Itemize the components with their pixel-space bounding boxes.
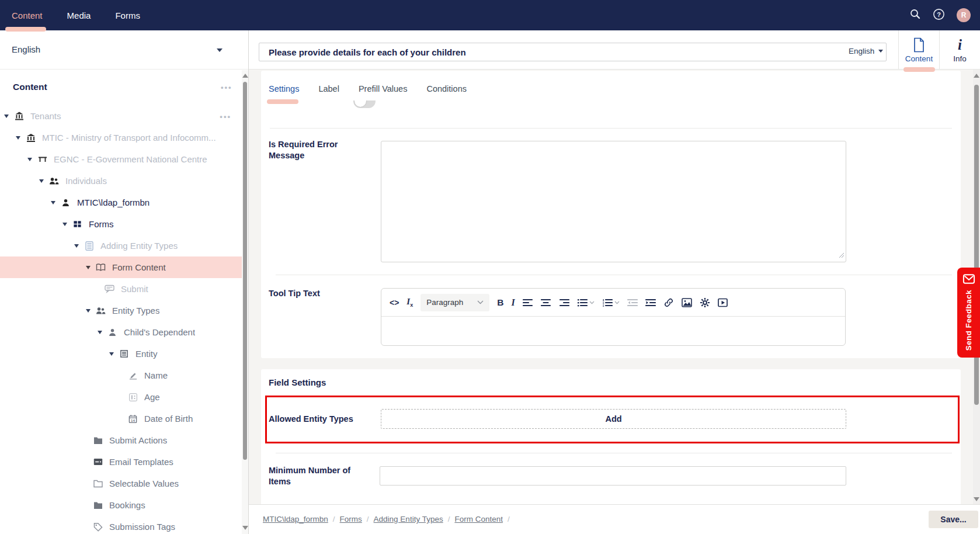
add-entity-type-button[interactable]: Add xyxy=(381,409,846,429)
resize-handle-icon[interactable] xyxy=(839,250,845,261)
breadcrumb-link-forms[interactable]: Forms xyxy=(340,515,362,523)
breadcrumb-link-adding-entity-types[interactable]: Adding Entity Types xyxy=(374,515,443,523)
tab-label[interactable]: Label xyxy=(318,84,339,93)
tree-item-email-templates[interactable]: Email Templates xyxy=(0,451,242,473)
tree-item-submit-actions[interactable]: Submit Actions xyxy=(0,429,242,451)
tree-item-form-content[interactable]: Form Content xyxy=(0,256,242,278)
rte-link-button[interactable] xyxy=(663,297,674,308)
tree-item-selectable-values[interactable]: Selectable Values xyxy=(0,473,242,494)
tree-item-name[interactable]: Name xyxy=(0,365,242,386)
panel-tab-content[interactable]: Content xyxy=(898,30,939,70)
breadcrumb-separator: / xyxy=(333,515,335,523)
tree-item-tenants[interactable]: Tenants••• xyxy=(0,105,242,127)
scroll-down-icon[interactable] xyxy=(242,526,248,530)
nav-item-media[interactable]: Media xyxy=(67,11,91,20)
info-icon: i xyxy=(940,37,980,53)
tree-item-adding-entity-types[interactable]: Adding Entity Types xyxy=(0,235,242,256)
align-right-icon xyxy=(559,299,569,307)
min-items-input[interactable] xyxy=(380,466,846,486)
expand-caret-icon[interactable] xyxy=(39,179,44,183)
tree-item-entity-types[interactable]: Entity Types xyxy=(0,300,242,321)
rte-bold-button[interactable]: B xyxy=(497,297,503,308)
nav-item-content[interactable]: Content xyxy=(12,11,43,20)
help-icon[interactable]: ? xyxy=(933,8,945,23)
section-actions-ellipsis-icon[interactable]: ••• xyxy=(221,83,232,92)
bullet-list-icon xyxy=(577,299,595,307)
rte-settings-button[interactable] xyxy=(700,297,710,308)
tree-item-individuals[interactable]: Individuals xyxy=(0,170,242,192)
panel-tab-info[interactable]: i Info xyxy=(939,30,980,70)
rte-source-code-button[interactable]: <> xyxy=(390,298,399,307)
rte-media-embed-button[interactable] xyxy=(718,298,728,307)
bold-icon: B xyxy=(497,297,503,308)
rte-bullet-list-button[interactable] xyxy=(577,299,595,307)
rte-align-center-button[interactable] xyxy=(541,299,551,307)
language-selector[interactable]: English xyxy=(0,30,248,70)
scroll-up-icon[interactable] xyxy=(974,74,979,78)
send-feedback-button[interactable]: Send Feedback xyxy=(957,268,980,358)
tree-item-forms[interactable]: Forms xyxy=(0,213,242,235)
rte-image-button[interactable] xyxy=(682,298,692,307)
tree-item-child-s-dependent[interactable]: Child's Dependent xyxy=(0,321,242,343)
breadcrumb-link-form-content[interactable]: Form Content xyxy=(454,515,503,523)
sidebar: English Content ••• Tenants•••MTIC - Min… xyxy=(0,30,249,534)
tab-conditions[interactable]: Conditions xyxy=(426,84,467,93)
rte-align-left-button[interactable] xyxy=(523,299,533,307)
editor-footer: MTIC\ldap_formbn/Forms/Adding Entity Typ… xyxy=(249,504,980,534)
tree-item-mtic-ministry-of-transport-and-infocomm[interactable]: MTIC - Ministry of Transport and Infocom… xyxy=(0,127,242,148)
expand-caret-icon[interactable] xyxy=(86,309,91,313)
sidebar-scrollbar-thumb[interactable] xyxy=(243,82,247,460)
node-title-input[interactable] xyxy=(259,43,887,61)
title-language-selector[interactable]: English xyxy=(849,47,883,56)
tree-item-mtic-ldap-formbn[interactable]: MTIC\ldap_formbn xyxy=(0,192,242,213)
rte-clear-formatting-button[interactable]: Ix xyxy=(406,297,413,308)
rte-indent-button[interactable] xyxy=(645,299,656,307)
tree-item-entity[interactable]: Entity xyxy=(0,343,242,365)
scroll-down-icon[interactable] xyxy=(974,497,979,501)
chevron-down-icon xyxy=(217,48,223,52)
user-avatar[interactable]: R xyxy=(957,8,971,22)
calendar-icon: 14 xyxy=(128,414,138,424)
expand-caret-icon[interactable] xyxy=(4,115,9,118)
rte-numbered-list-button[interactable] xyxy=(602,299,620,307)
media-embed-icon xyxy=(718,298,728,307)
rte-editing-area[interactable] xyxy=(381,317,845,346)
tab-prefill-values[interactable]: Prefill Values xyxy=(359,84,408,93)
rte-italic-button[interactable]: I xyxy=(511,297,515,308)
tree-item-age[interactable]: Age xyxy=(0,386,242,408)
tree-item-label: Email Templates xyxy=(109,457,173,467)
user-icon xyxy=(107,327,117,337)
tab-settings[interactable]: Settings xyxy=(269,84,299,93)
tree-item-date-of-birth[interactable]: 14Date of Birth xyxy=(0,408,242,429)
save-button[interactable]: Save... xyxy=(929,511,978,528)
expand-caret-icon[interactable] xyxy=(109,352,114,356)
expand-caret-icon[interactable] xyxy=(98,331,102,334)
source-code-icon: <> xyxy=(390,298,399,307)
expand-caret-icon[interactable] xyxy=(27,158,32,161)
tree-item-label: Entity Types xyxy=(112,306,159,315)
expand-caret-icon[interactable] xyxy=(62,223,67,226)
expand-caret-icon[interactable] xyxy=(86,266,91,269)
breadcrumb-link-mtic-ldap-formbn[interactable]: MTIC\ldap_formbn xyxy=(263,515,328,523)
tree-item-submission-tags[interactable]: Submission Tags xyxy=(0,516,242,534)
folder-icon xyxy=(93,435,103,445)
divider xyxy=(270,128,952,129)
settings-icon xyxy=(700,297,710,308)
item-actions-ellipsis-icon[interactable]: ••• xyxy=(220,112,231,121)
sidebar-scrollbar[interactable] xyxy=(242,70,248,534)
scroll-up-icon[interactable] xyxy=(242,74,248,78)
nav-item-forms[interactable]: Forms xyxy=(115,11,140,20)
expand-caret-icon[interactable] xyxy=(16,136,20,140)
search-icon[interactable] xyxy=(909,8,921,22)
tree-item-bookings[interactable]: Bookings xyxy=(0,494,242,516)
rte-align-right-button[interactable] xyxy=(559,299,569,307)
is-required-error-textarea[interactable] xyxy=(381,141,846,262)
rte-outdent-button[interactable] xyxy=(627,299,638,307)
tree-item-egnc-e-government-national-centre[interactable]: EGNC - E-Government National Centre xyxy=(0,148,242,170)
tree-item-submit[interactable]: Submit xyxy=(0,278,242,300)
toggle-switch[interactable] xyxy=(353,100,376,108)
block-format-select[interactable]: Paragraph xyxy=(421,294,489,311)
rte-toolbar: <>IxParagraphBI xyxy=(381,289,845,317)
expand-caret-icon[interactable] xyxy=(74,244,79,248)
expand-caret-icon[interactable] xyxy=(51,201,55,204)
